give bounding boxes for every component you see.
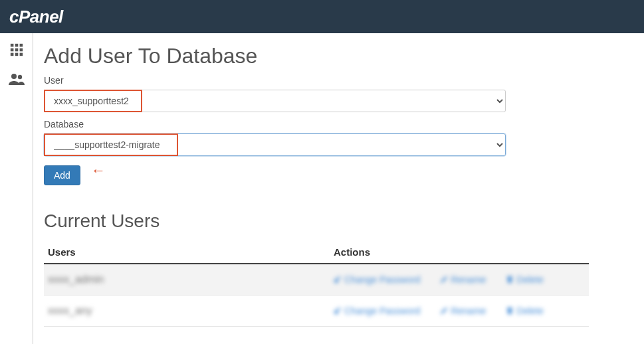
main-content: Add User To Database User xxxx_supportte…	[33, 33, 644, 344]
trash-icon	[506, 307, 514, 315]
svg-rect-17	[508, 309, 512, 314]
rename-link[interactable]: Rename	[440, 305, 486, 316]
sidebar-apps-grid[interactable]	[3, 40, 30, 60]
user-cell: xxxx_any	[48, 305, 334, 317]
trash-icon	[506, 276, 514, 284]
user-select-wrap: xxxx_supporttest2	[44, 90, 506, 112]
change-password-link[interactable]: Change Password	[334, 305, 420, 316]
users-table: Users Actions xxxx_admin Change Password…	[44, 241, 589, 327]
current-users-title: Current Users	[44, 211, 628, 232]
col-header-users: Users	[48, 246, 334, 258]
key-icon	[334, 276, 342, 284]
user-label: User	[44, 75, 628, 86]
svg-point-10	[17, 75, 21, 79]
database-select[interactable]: ____supporttest2-migrate	[44, 133, 506, 156]
svg-rect-6	[10, 53, 13, 56]
svg-rect-1	[15, 44, 18, 47]
actions-cell: Change Password Rename Delete	[334, 305, 585, 316]
page-title: Add User To Database	[44, 44, 628, 68]
col-header-actions: Actions	[334, 246, 585, 258]
svg-rect-14	[507, 276, 512, 278]
arrow-annotation: ←	[91, 162, 106, 179]
svg-rect-4	[15, 48, 18, 52]
pencil-icon	[440, 276, 448, 284]
svg-rect-3	[10, 48, 13, 52]
svg-rect-0	[10, 44, 13, 47]
svg-rect-7	[15, 53, 18, 56]
actions-cell: Change Password Rename Delete	[334, 274, 585, 285]
table-header-row: Users Actions	[44, 241, 589, 264]
svg-rect-2	[19, 44, 23, 47]
add-button[interactable]: Add	[44, 165, 80, 185]
database-select-wrap: ____supporttest2-migrate	[44, 133, 506, 156]
svg-point-15	[334, 310, 338, 314]
svg-point-11	[334, 279, 338, 283]
table-row: xxxx_admin Change Password Rename Delete	[44, 264, 589, 296]
svg-point-9	[11, 74, 17, 79]
delete-link[interactable]: Delete	[506, 274, 543, 285]
rename-link[interactable]: Rename	[440, 274, 486, 285]
svg-rect-12	[337, 277, 341, 278]
grid-icon	[9, 43, 24, 57]
user-select[interactable]: xxxx_supporttest2	[44, 90, 506, 112]
left-sidebar	[0, 33, 33, 344]
svg-rect-18	[507, 307, 512, 309]
pencil-icon	[440, 307, 448, 315]
top-header: cPanel	[0, 0, 644, 33]
key-icon	[334, 307, 342, 315]
svg-rect-8	[19, 53, 23, 56]
sidebar-users[interactable]	[3, 69, 30, 89]
delete-link[interactable]: Delete	[506, 305, 543, 316]
database-label: Database	[44, 119, 628, 129]
svg-rect-13	[508, 278, 512, 283]
user-cell: xxxx_admin	[48, 274, 334, 286]
svg-rect-16	[337, 308, 341, 309]
svg-rect-5	[19, 48, 23, 52]
cpanel-logo: cPanel	[9, 7, 63, 27]
table-row: xxxx_any Change Password Rename Delete	[44, 296, 589, 327]
users-icon	[8, 72, 25, 86]
change-password-link[interactable]: Change Password	[334, 274, 420, 285]
